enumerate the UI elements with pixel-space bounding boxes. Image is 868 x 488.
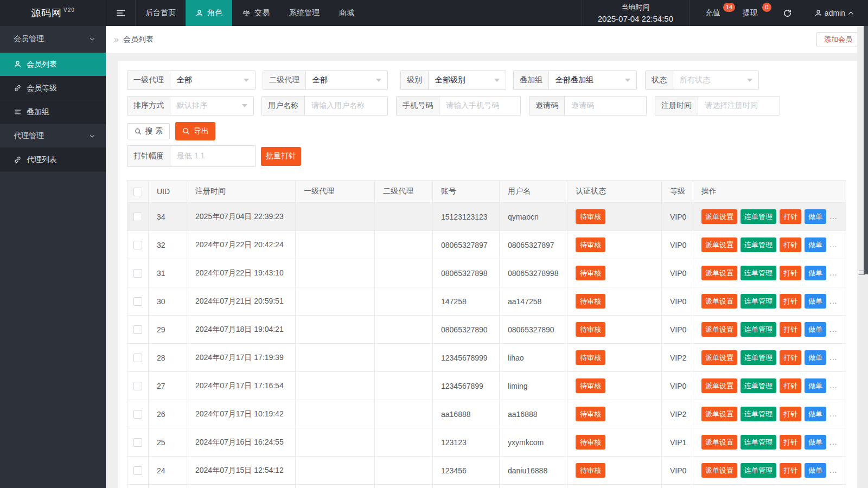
sidebar-toggle-button[interactable] <box>106 0 136 26</box>
filter-select[interactable]: 所有状态 <box>673 71 758 89</box>
sidebar-group-2[interactable]: 代理管理 <box>0 124 106 148</box>
app-logo[interactable]: 源码网V20 <box>0 0 106 26</box>
scrollbar-track[interactable] <box>857 26 868 488</box>
action-button[interactable]: 连单管理 <box>741 322 776 337</box>
action-button[interactable]: 连单管理 <box>741 350 776 365</box>
filter-select[interactable]: 全部叠加组 <box>549 71 636 89</box>
filter-select[interactable]: 全部 <box>306 71 387 89</box>
action-button[interactable]: 做单 <box>805 378 826 393</box>
action-button[interactable]: 派单设置 <box>701 435 737 450</box>
filter-input[interactable]: 请输入手机号码 <box>439 97 520 115</box>
row-checkbox[interactable] <box>133 269 142 278</box>
recharge-nav-item[interactable]: 充值 14 <box>705 0 738 26</box>
action-button[interactable]: 做单 <box>805 463 826 478</box>
user-menu[interactable]: admin <box>801 0 868 26</box>
search-button[interactable]: 搜 索 <box>127 123 170 139</box>
withdraw-nav-item[interactable]: 提现 0 <box>743 0 771 26</box>
more-actions-button[interactable]: ... <box>829 438 838 446</box>
row-checkbox[interactable] <box>133 241 142 249</box>
action-button[interactable]: 派单设置 <box>701 266 737 280</box>
row-checkbox[interactable] <box>133 354 142 362</box>
select-all-checkbox[interactable] <box>133 188 142 196</box>
action-button[interactable]: 打针 <box>780 407 801 421</box>
action-button[interactable]: 派单设置 <box>701 407 737 421</box>
action-button[interactable]: 打针 <box>780 294 801 309</box>
action-button[interactable]: 打针 <box>780 378 801 393</box>
action-button[interactable]: 派单设置 <box>701 350 737 365</box>
sidebar-item-1-1[interactable]: 会员列表 <box>0 53 106 76</box>
filter-label: 叠加组 <box>514 71 549 89</box>
action-button[interactable]: 做单 <box>805 209 826 224</box>
action-button[interactable]: 打针 <box>780 463 801 478</box>
cell-username: liming <box>500 372 567 400</box>
refresh-button[interactable] <box>774 0 801 26</box>
action-button[interactable]: 打针 <box>780 209 801 224</box>
action-button[interactable]: 派单设置 <box>701 209 737 224</box>
more-actions-button[interactable]: ... <box>829 353 838 362</box>
scrollbar-thumb[interactable] <box>864 26 868 274</box>
more-actions-button[interactable]: ... <box>829 409 838 418</box>
filter-input[interactable]: 邀请码 <box>565 97 646 115</box>
sidebar-item-2-1[interactable]: 代理列表 <box>0 148 106 172</box>
action-button[interactable]: 做单 <box>805 237 826 252</box>
action-button[interactable]: 连单管理 <box>741 378 776 393</box>
action-button[interactable]: 做单 <box>805 322 826 337</box>
row-checkbox[interactable] <box>133 213 142 221</box>
add-member-button[interactable]: 添加会员 <box>816 32 860 47</box>
action-button[interactable]: 派单设置 <box>701 463 737 478</box>
row-checkbox[interactable] <box>133 410 142 419</box>
action-button[interactable]: 打针 <box>780 350 801 365</box>
filter-select[interactable]: 全部 <box>170 71 255 89</box>
row-checkbox[interactable] <box>133 466 142 475</box>
action-button[interactable]: 做单 <box>805 407 826 421</box>
action-button[interactable]: 做单 <box>805 294 826 309</box>
more-actions-button[interactable]: ... <box>829 212 838 221</box>
action-button[interactable]: 打针 <box>780 322 801 337</box>
batch-inject-button[interactable]: 批量打针 <box>261 147 301 166</box>
inject-range-input[interactable]: 最低 1.1 <box>170 146 255 166</box>
action-button[interactable]: 连单管理 <box>741 407 776 421</box>
row-checkbox[interactable] <box>133 382 142 390</box>
action-button[interactable]: 打针 <box>780 266 801 280</box>
nav-item-3[interactable]: 交易 <box>232 0 279 26</box>
more-actions-button[interactable]: ... <box>829 268 838 277</box>
filter-input[interactable]: 请输入用户名称 <box>305 97 387 115</box>
cell-agent1 <box>296 231 375 259</box>
action-button[interactable]: 连单管理 <box>741 209 776 224</box>
nav-item-2[interactable]: 角色 <box>186 0 232 26</box>
action-button[interactable]: 连单管理 <box>741 294 776 309</box>
action-button[interactable]: 做单 <box>805 350 826 365</box>
nav-item-1[interactable]: 后台首页 <box>136 0 186 26</box>
row-checkbox[interactable] <box>133 438 142 447</box>
sidebar-item-1-3[interactable]: 叠加组 <box>0 100 106 124</box>
more-actions-button[interactable]: ... <box>829 381 838 390</box>
sidebar-item-1-2[interactable]: 会员等级 <box>0 76 106 100</box>
action-button[interactable]: 做单 <box>805 435 826 450</box>
action-button[interactable]: 连单管理 <box>741 266 776 280</box>
action-button[interactable]: 打针 <box>780 237 801 252</box>
filter-select[interactable]: 默认排序 <box>170 97 253 115</box>
more-actions-button[interactable]: ... <box>829 466 838 474</box>
action-button[interactable]: 打针 <box>780 435 801 450</box>
filter-select[interactable]: 全部级别 <box>429 71 506 89</box>
nav-item-label: 交易 <box>254 8 270 18</box>
action-button[interactable]: 派单设置 <box>701 237 737 252</box>
more-actions-button[interactable]: ... <box>829 240 838 249</box>
action-button[interactable]: 派单设置 <box>701 294 737 309</box>
cell-reg-time: 2024年07月16日 16:24:55 <box>187 428 296 457</box>
export-button[interactable]: 导出 <box>175 122 215 140</box>
more-actions-button[interactable]: ... <box>829 325 838 333</box>
action-button[interactable]: 派单设置 <box>701 322 737 337</box>
filter-input[interactable]: 请选择注册时间 <box>698 97 780 115</box>
nav-item-4[interactable]: 系统管理 <box>279 0 329 26</box>
nav-item-5[interactable]: 商城 <box>329 0 364 26</box>
action-button[interactable]: 连单管理 <box>741 463 776 478</box>
action-button[interactable]: 连单管理 <box>741 435 776 450</box>
sidebar-group-1[interactable]: 会员管理 <box>0 26 106 53</box>
row-checkbox[interactable] <box>133 325 142 334</box>
row-checkbox[interactable] <box>133 297 142 306</box>
action-button[interactable]: 连单管理 <box>741 237 776 252</box>
more-actions-button[interactable]: ... <box>829 297 838 305</box>
action-button[interactable]: 派单设置 <box>701 378 737 393</box>
action-button[interactable]: 做单 <box>805 266 826 280</box>
